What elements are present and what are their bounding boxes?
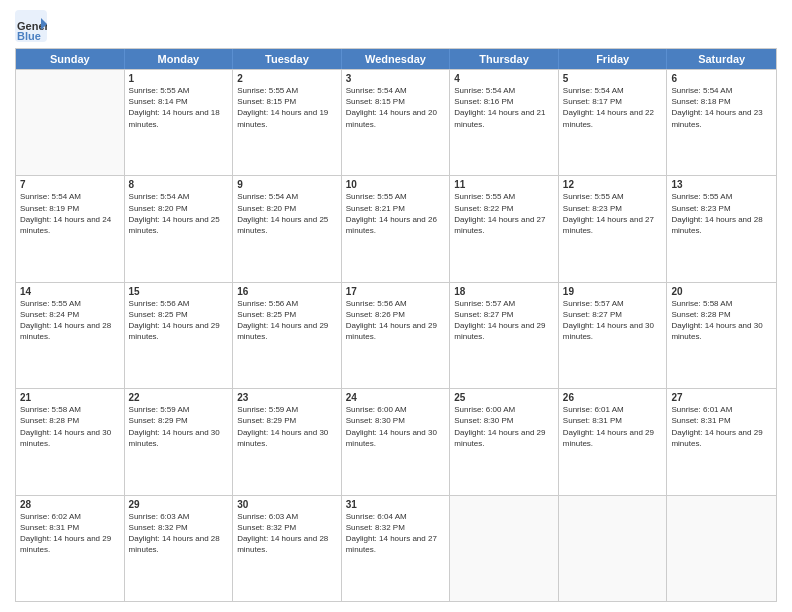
day-number: 18: [454, 286, 554, 297]
day-info: Sunrise: 5:55 AM Sunset: 8:14 PM Dayligh…: [129, 85, 229, 130]
header-day-tuesday: Tuesday: [233, 49, 342, 69]
day-number: 5: [563, 73, 663, 84]
calendar-cell: [450, 496, 559, 601]
day-info: Sunrise: 5:54 AM Sunset: 8:18 PM Dayligh…: [671, 85, 772, 130]
day-info: Sunrise: 5:54 AM Sunset: 8:16 PM Dayligh…: [454, 85, 554, 130]
calendar-row-4: 28Sunrise: 6:02 AM Sunset: 8:31 PM Dayli…: [16, 495, 776, 601]
day-info: Sunrise: 5:56 AM Sunset: 8:25 PM Dayligh…: [237, 298, 337, 343]
calendar-cell: 16Sunrise: 5:56 AM Sunset: 8:25 PM Dayli…: [233, 283, 342, 388]
calendar-cell: 6Sunrise: 5:54 AM Sunset: 8:18 PM Daylig…: [667, 70, 776, 175]
calendar-cell: 3Sunrise: 5:54 AM Sunset: 8:15 PM Daylig…: [342, 70, 451, 175]
calendar-row-0: 1Sunrise: 5:55 AM Sunset: 8:14 PM Daylig…: [16, 69, 776, 175]
day-info: Sunrise: 5:55 AM Sunset: 8:21 PM Dayligh…: [346, 191, 446, 236]
day-number: 13: [671, 179, 772, 190]
calendar: SundayMondayTuesdayWednesdayThursdayFrid…: [15, 48, 777, 602]
svg-text:Blue: Blue: [17, 30, 41, 42]
day-number: 6: [671, 73, 772, 84]
header-day-saturday: Saturday: [667, 49, 776, 69]
day-number: 12: [563, 179, 663, 190]
calendar-cell: 23Sunrise: 5:59 AM Sunset: 8:29 PM Dayli…: [233, 389, 342, 494]
calendar-cell: 21Sunrise: 5:58 AM Sunset: 8:28 PM Dayli…: [16, 389, 125, 494]
day-info: Sunrise: 5:55 AM Sunset: 8:15 PM Dayligh…: [237, 85, 337, 130]
calendar-cell: 8Sunrise: 5:54 AM Sunset: 8:20 PM Daylig…: [125, 176, 234, 281]
day-number: 16: [237, 286, 337, 297]
day-info: Sunrise: 5:57 AM Sunset: 8:27 PM Dayligh…: [454, 298, 554, 343]
day-number: 28: [20, 499, 120, 510]
calendar-cell: 18Sunrise: 5:57 AM Sunset: 8:27 PM Dayli…: [450, 283, 559, 388]
day-number: 9: [237, 179, 337, 190]
calendar-cell: 22Sunrise: 5:59 AM Sunset: 8:29 PM Dayli…: [125, 389, 234, 494]
day-number: 31: [346, 499, 446, 510]
day-info: Sunrise: 5:59 AM Sunset: 8:29 PM Dayligh…: [129, 404, 229, 449]
day-info: Sunrise: 5:55 AM Sunset: 8:23 PM Dayligh…: [671, 191, 772, 236]
calendar-row-2: 14Sunrise: 5:55 AM Sunset: 8:24 PM Dayli…: [16, 282, 776, 388]
calendar-cell: 12Sunrise: 5:55 AM Sunset: 8:23 PM Dayli…: [559, 176, 668, 281]
header: General Blue: [15, 10, 777, 42]
calendar-cell: [16, 70, 125, 175]
day-info: Sunrise: 6:01 AM Sunset: 8:31 PM Dayligh…: [671, 404, 772, 449]
day-number: 26: [563, 392, 663, 403]
day-number: 21: [20, 392, 120, 403]
calendar-cell: 19Sunrise: 5:57 AM Sunset: 8:27 PM Dayli…: [559, 283, 668, 388]
calendar-cell: 9Sunrise: 5:54 AM Sunset: 8:20 PM Daylig…: [233, 176, 342, 281]
day-number: 1: [129, 73, 229, 84]
day-info: Sunrise: 5:54 AM Sunset: 8:17 PM Dayligh…: [563, 85, 663, 130]
calendar-cell: 14Sunrise: 5:55 AM Sunset: 8:24 PM Dayli…: [16, 283, 125, 388]
day-info: Sunrise: 5:54 AM Sunset: 8:20 PM Dayligh…: [129, 191, 229, 236]
calendar-cell: 25Sunrise: 6:00 AM Sunset: 8:30 PM Dayli…: [450, 389, 559, 494]
day-info: Sunrise: 6:03 AM Sunset: 8:32 PM Dayligh…: [129, 511, 229, 556]
day-info: Sunrise: 5:55 AM Sunset: 8:23 PM Dayligh…: [563, 191, 663, 236]
day-number: 4: [454, 73, 554, 84]
page: General Blue SundayMondayTuesdayWednesda…: [0, 0, 792, 612]
day-number: 3: [346, 73, 446, 84]
calendar-cell: 2Sunrise: 5:55 AM Sunset: 8:15 PM Daylig…: [233, 70, 342, 175]
day-info: Sunrise: 5:55 AM Sunset: 8:22 PM Dayligh…: [454, 191, 554, 236]
day-info: Sunrise: 5:54 AM Sunset: 8:15 PM Dayligh…: [346, 85, 446, 130]
calendar-cell: 5Sunrise: 5:54 AM Sunset: 8:17 PM Daylig…: [559, 70, 668, 175]
day-info: Sunrise: 5:56 AM Sunset: 8:26 PM Dayligh…: [346, 298, 446, 343]
day-info: Sunrise: 6:00 AM Sunset: 8:30 PM Dayligh…: [454, 404, 554, 449]
calendar-cell: 7Sunrise: 5:54 AM Sunset: 8:19 PM Daylig…: [16, 176, 125, 281]
calendar-row-3: 21Sunrise: 5:58 AM Sunset: 8:28 PM Dayli…: [16, 388, 776, 494]
calendar-cell: [667, 496, 776, 601]
calendar-cell: 26Sunrise: 6:01 AM Sunset: 8:31 PM Dayli…: [559, 389, 668, 494]
header-day-sunday: Sunday: [16, 49, 125, 69]
calendar-cell: 4Sunrise: 5:54 AM Sunset: 8:16 PM Daylig…: [450, 70, 559, 175]
header-day-thursday: Thursday: [450, 49, 559, 69]
calendar-cell: 17Sunrise: 5:56 AM Sunset: 8:26 PM Dayli…: [342, 283, 451, 388]
calendar-cell: 20Sunrise: 5:58 AM Sunset: 8:28 PM Dayli…: [667, 283, 776, 388]
header-day-wednesday: Wednesday: [342, 49, 451, 69]
calendar-cell: 28Sunrise: 6:02 AM Sunset: 8:31 PM Dayli…: [16, 496, 125, 601]
calendar-row-1: 7Sunrise: 5:54 AM Sunset: 8:19 PM Daylig…: [16, 175, 776, 281]
calendar-cell: 24Sunrise: 6:00 AM Sunset: 8:30 PM Dayli…: [342, 389, 451, 494]
day-info: Sunrise: 5:57 AM Sunset: 8:27 PM Dayligh…: [563, 298, 663, 343]
day-info: Sunrise: 6:03 AM Sunset: 8:32 PM Dayligh…: [237, 511, 337, 556]
day-info: Sunrise: 6:01 AM Sunset: 8:31 PM Dayligh…: [563, 404, 663, 449]
calendar-cell: 15Sunrise: 5:56 AM Sunset: 8:25 PM Dayli…: [125, 283, 234, 388]
day-number: 30: [237, 499, 337, 510]
day-number: 11: [454, 179, 554, 190]
header-day-friday: Friday: [559, 49, 668, 69]
day-info: Sunrise: 6:04 AM Sunset: 8:32 PM Dayligh…: [346, 511, 446, 556]
day-number: 15: [129, 286, 229, 297]
day-number: 27: [671, 392, 772, 403]
day-number: 10: [346, 179, 446, 190]
day-info: Sunrise: 5:56 AM Sunset: 8:25 PM Dayligh…: [129, 298, 229, 343]
day-number: 14: [20, 286, 120, 297]
calendar-header: SundayMondayTuesdayWednesdayThursdayFrid…: [16, 49, 776, 69]
day-info: Sunrise: 5:59 AM Sunset: 8:29 PM Dayligh…: [237, 404, 337, 449]
day-number: 19: [563, 286, 663, 297]
day-number: 23: [237, 392, 337, 403]
day-number: 29: [129, 499, 229, 510]
calendar-cell: 27Sunrise: 6:01 AM Sunset: 8:31 PM Dayli…: [667, 389, 776, 494]
day-info: Sunrise: 6:02 AM Sunset: 8:31 PM Dayligh…: [20, 511, 120, 556]
day-info: Sunrise: 6:00 AM Sunset: 8:30 PM Dayligh…: [346, 404, 446, 449]
day-number: 2: [237, 73, 337, 84]
calendar-body: 1Sunrise: 5:55 AM Sunset: 8:14 PM Daylig…: [16, 69, 776, 601]
day-number: 8: [129, 179, 229, 190]
calendar-cell: 1Sunrise: 5:55 AM Sunset: 8:14 PM Daylig…: [125, 70, 234, 175]
calendar-cell: 13Sunrise: 5:55 AM Sunset: 8:23 PM Dayli…: [667, 176, 776, 281]
day-number: 25: [454, 392, 554, 403]
day-number: 17: [346, 286, 446, 297]
day-info: Sunrise: 5:54 AM Sunset: 8:19 PM Dayligh…: [20, 191, 120, 236]
